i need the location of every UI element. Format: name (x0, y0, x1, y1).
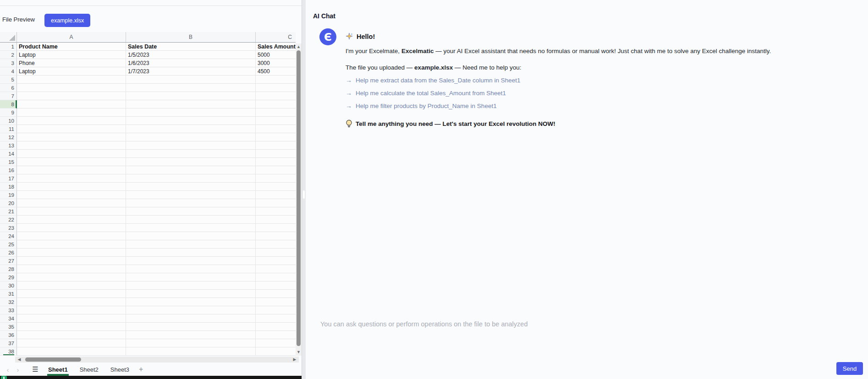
cell[interactable] (17, 191, 126, 199)
vertical-scrollbar-thumb[interactable] (297, 50, 301, 346)
cell[interactable] (126, 282, 256, 290)
cell[interactable] (256, 100, 296, 108)
cell[interactable] (126, 125, 256, 133)
cell[interactable] (126, 273, 256, 282)
cell[interactable]: 1/5/2023 (126, 51, 256, 59)
cell[interactable] (17, 100, 126, 108)
next-sheet-icon[interactable]: › (13, 366, 23, 374)
row-header-32[interactable]: 32 (0, 298, 17, 306)
row-header-9[interactable]: 9 (0, 108, 17, 117)
row-header-6[interactable]: 6 (0, 84, 17, 92)
cell[interactable]: 5000 (256, 51, 296, 59)
row-header-8[interactable]: 8 (0, 100, 17, 108)
row-header-22[interactable]: 22 (0, 216, 17, 224)
cell[interactable] (17, 133, 126, 141)
cell[interactable]: 4500 (256, 67, 296, 76)
cell[interactable] (17, 323, 126, 331)
cell[interactable] (256, 84, 296, 92)
horizontal-scrollbar[interactable]: ◀ ▶ (15, 357, 299, 363)
row-header-12[interactable]: 12 (0, 133, 17, 141)
cell[interactable]: Laptop (17, 51, 126, 59)
suggestion-link[interactable]: →Help me calculate the total Sales_Amoun… (346, 89, 863, 97)
cell[interactable]: Phone (17, 59, 126, 67)
cell[interactable] (256, 92, 296, 100)
vertical-scrollbar[interactable]: ▲ ▼ (296, 43, 302, 356)
cell[interactable] (256, 347, 296, 356)
cell[interactable] (17, 76, 126, 84)
cell[interactable] (126, 323, 256, 331)
cell[interactable] (126, 207, 256, 216)
cell[interactable] (17, 108, 126, 117)
cell[interactable] (17, 314, 126, 323)
row-header-21[interactable]: 21 (0, 207, 17, 216)
cell[interactable] (17, 257, 126, 265)
cell[interactable] (126, 183, 256, 191)
cell[interactable] (126, 298, 256, 306)
cell[interactable] (126, 191, 256, 199)
cell[interactable] (256, 117, 296, 125)
cell[interactable] (256, 224, 296, 232)
scroll-up-icon[interactable]: ▲ (296, 44, 302, 50)
cell[interactable] (256, 331, 296, 339)
cell[interactable] (17, 282, 126, 290)
row-header-16[interactable]: 16 (0, 166, 17, 174)
cell[interactable]: 1/7/2023 (126, 67, 256, 76)
column-header-c[interactable]: C (256, 32, 296, 42)
row-header-27[interactable]: 27 (0, 257, 17, 265)
cell[interactable] (17, 117, 126, 125)
cell[interactable] (17, 158, 126, 166)
cell[interactable] (256, 290, 296, 298)
cell[interactable] (126, 150, 256, 158)
row-header-37[interactable]: 37 (0, 339, 17, 347)
row-header-20[interactable]: 20 (0, 199, 17, 207)
cell[interactable]: 1/6/2023 (126, 59, 256, 67)
row-header-7[interactable]: 7 (0, 92, 17, 100)
cell[interactable]: Sales Amount (256, 43, 296, 51)
column-header-b[interactable]: B (126, 32, 256, 42)
cell[interactable] (256, 314, 296, 323)
cell[interactable] (256, 339, 296, 347)
cell[interactable] (256, 76, 296, 84)
suggestion-link[interactable]: →Help me extract data from the Sales_Dat… (346, 76, 863, 84)
file-tab-chip[interactable]: example.xlsx (44, 14, 90, 27)
sheet-tab-sheet2[interactable]: Sheet2 (75, 363, 104, 376)
row-header-10[interactable]: 10 (0, 117, 17, 125)
cell[interactable] (17, 298, 126, 306)
cell[interactable] (256, 232, 296, 240)
cell[interactable] (256, 306, 296, 314)
horizontal-scrollbar-thumb[interactable] (25, 357, 81, 362)
cell[interactable] (17, 339, 126, 347)
row-header-38[interactable]: 38 (0, 347, 17, 356)
suggestion-link[interactable]: →Help me filter products by Product_Name… (346, 102, 863, 109)
row-header-5[interactable]: 5 (0, 76, 17, 84)
cell[interactable] (17, 174, 126, 183)
row-header-36[interactable]: 36 (0, 331, 17, 339)
cell[interactable] (126, 347, 256, 356)
cell[interactable] (256, 125, 296, 133)
cell[interactable] (17, 141, 126, 150)
cell[interactable] (17, 150, 126, 158)
cell[interactable] (17, 240, 126, 249)
row-header-33[interactable]: 33 (0, 306, 17, 314)
cell[interactable] (126, 76, 256, 84)
cell[interactable] (17, 232, 126, 240)
cell[interactable] (17, 347, 126, 356)
cell[interactable] (17, 166, 126, 174)
cell[interactable] (126, 224, 256, 232)
row-header-2[interactable]: 2 (0, 51, 17, 59)
cell[interactable] (17, 306, 126, 314)
cell[interactable]: Product Name (17, 43, 126, 51)
cell[interactable] (126, 314, 256, 323)
cell[interactable] (17, 216, 126, 224)
cell[interactable]: Laptop (17, 67, 126, 76)
cell[interactable] (256, 265, 296, 273)
sheet-tab-sheet1[interactable]: Sheet1 (43, 363, 73, 376)
cell[interactable] (126, 331, 256, 339)
resizer-grip[interactable] (303, 190, 305, 199)
row-header-1[interactable]: 1 (0, 43, 17, 51)
cell[interactable] (126, 117, 256, 125)
cell[interactable] (256, 323, 296, 331)
cell[interactable] (256, 191, 296, 199)
row-header-26[interactable]: 26 (0, 249, 17, 257)
row-header-14[interactable]: 14 (0, 150, 17, 158)
